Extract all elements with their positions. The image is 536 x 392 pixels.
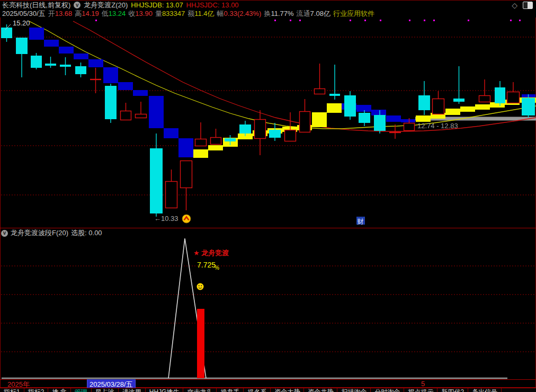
candle-body-down: [16, 38, 28, 54]
hhjsjdb-value: HHJSJDB: 13.07: [131, 1, 183, 9]
candle-body-up: [255, 120, 266, 139]
event-dot: [510, 20, 512, 21]
trend-band-up: [445, 109, 460, 115]
quote-date: 2025/05/30/五: [2, 9, 46, 19]
low-price-label: ←10.33: [154, 215, 178, 222]
quote-field-label: 幅: [217, 10, 224, 17]
candle-body-down: [359, 113, 370, 123]
event-dot: [364, 20, 366, 21]
candle-body-up: [166, 182, 177, 208]
quote-field: 收13.90: [128, 9, 153, 19]
toolbar-tab[interactable]: 条出信号: [468, 388, 502, 392]
candle-body-up: [121, 111, 131, 120]
quote-field-value: 13.24: [109, 10, 126, 17]
candle-body-down: [453, 99, 464, 102]
toolbar-tab[interactable]: 操盘手: [217, 388, 244, 392]
event-dot: [299, 20, 301, 21]
candle-body-down: [75, 66, 86, 74]
trend-band-down: [118, 82, 133, 90]
toolbar-tab[interactable]: 分时淘金: [371, 388, 404, 392]
toolbar-tab[interactable]: 指标2: [24, 388, 49, 392]
candle-body-up: [315, 89, 325, 94]
candle-body-up: [479, 96, 490, 102]
trend-band-down: [371, 110, 386, 115]
candle-body-down: [239, 124, 251, 133]
toolbar-tab[interactable]: 资金大势: [271, 388, 304, 392]
trading-app-window: 15.20←10.3312.74 - 12.83财★ 龙舟竞渡7.725% 长亮…: [0, 0, 536, 392]
candle-body-down: [1, 28, 12, 38]
toolbar-tab[interactable]: 新四代2: [437, 388, 468, 392]
quote-field: 低13.24: [102, 9, 126, 19]
quote-field-label: 高: [75, 10, 82, 17]
candle-body-down: [45, 64, 56, 66]
trend-band-down: [386, 115, 401, 122]
candle-body-up: [211, 138, 221, 145]
toolbar-tab[interactable]: 进这里: [119, 388, 146, 392]
quote-field: 额11.4亿: [187, 9, 214, 19]
split-panel-icon[interactable]: [523, 2, 533, 9]
event-dot: [95, 20, 97, 21]
trend-band-down: [133, 90, 148, 96]
quote-field-label: 量: [155, 10, 162, 17]
quote-field-label: 低: [102, 10, 109, 17]
toolbar-tab[interactable]: 扫描淘金: [337, 388, 371, 392]
titlebar-icons: ◇: [512, 2, 533, 9]
subchart-header: v 龙舟竞渡波段F(20) 选股: 0.00: [1, 229, 102, 237]
event-dot: [468, 20, 469, 21]
trend-band-up: [208, 145, 223, 150]
axis-month-label: 5: [421, 380, 425, 388]
toolbar-tab[interactable]: 拐点提示: [404, 388, 437, 392]
quote-field-label: 流通: [297, 10, 310, 17]
toolbar-tab[interactable]: 提名系: [244, 388, 271, 392]
trend-band-down: [59, 47, 74, 54]
quote-field: 幅0.33(2.43%): [217, 9, 262, 19]
candle-body-up: [433, 99, 444, 114]
quote-field-label: 换: [264, 10, 271, 17]
diamond-icon[interactable]: ◇: [512, 2, 517, 9]
dragon-boat-signal-label: ★ 龙舟竞渡: [193, 249, 229, 257]
trend-band-up: [327, 103, 342, 113]
toolbar-tab[interactable]: 擒 拿: [48, 388, 70, 392]
industry-link[interactable]: 行业应用软件: [333, 9, 374, 19]
candle-body-down: [150, 148, 163, 213]
event-dot: [274, 20, 276, 21]
toolbar-tab[interactable]: HHJG擒牛: [146, 388, 184, 392]
subchart-select-value: 选股: 0.00: [71, 228, 102, 238]
subchart-title[interactable]: 龙舟竞渡波段F(20): [11, 228, 68, 238]
quote-field-label: 开: [48, 10, 55, 17]
toolbar-tab[interactable]: 突击龙头: [183, 388, 217, 392]
trend-band-down: [149, 96, 164, 128]
toolbar-tab[interactable]: 管理: [71, 388, 92, 392]
event-dot: [409, 20, 410, 21]
quote-field-value: 11.77%: [271, 10, 293, 17]
trend-band-down: [88, 59, 103, 67]
high-price-label: 15.20: [13, 19, 30, 27]
trend-band-down: [401, 119, 415, 122]
quote-field-value: 7.08亿: [310, 10, 330, 17]
header-line1: 长亮科技(日线,前复权) v 龙舟竞渡Z(20) HHJSJDB: 13.07 …: [2, 1, 239, 9]
toolbar-tab[interactable]: 资金共势: [304, 388, 337, 392]
signal-pct-value: 7.725: [197, 261, 216, 269]
event-dot: [290, 20, 291, 21]
quote-field-value: 13.90: [135, 10, 153, 17]
chevron-down-icon[interactable]: v: [74, 2, 81, 8]
chevron-down-icon[interactable]: v: [1, 230, 8, 237]
toolbar-tab[interactable]: 星占波: [92, 388, 119, 392]
smiley-eye: [201, 285, 202, 286]
toolbar-tab[interactable]: 指标1: [0, 388, 24, 392]
event-dot: [519, 20, 521, 21]
event-dot: [424, 20, 425, 21]
quote-field-value: 833347: [162, 10, 185, 17]
trend-band-up: [193, 149, 208, 158]
quote-field-value: 11.4亿: [194, 10, 214, 17]
candle-body-down: [31, 56, 42, 68]
candle-body-down: [269, 130, 281, 138]
quote-field-label: 收: [128, 10, 135, 17]
candle-body-up: [181, 161, 192, 188]
trend-band-up: [416, 115, 431, 122]
candle-body-down: [60, 65, 71, 67]
candle-body-up: [136, 114, 147, 118]
candle-body-up: [300, 112, 310, 132]
candle-body-up: [507, 92, 520, 103]
header-line2: 2025/05/30/五 开13.68高14.19低13.24收13.90量83…: [2, 10, 374, 17]
